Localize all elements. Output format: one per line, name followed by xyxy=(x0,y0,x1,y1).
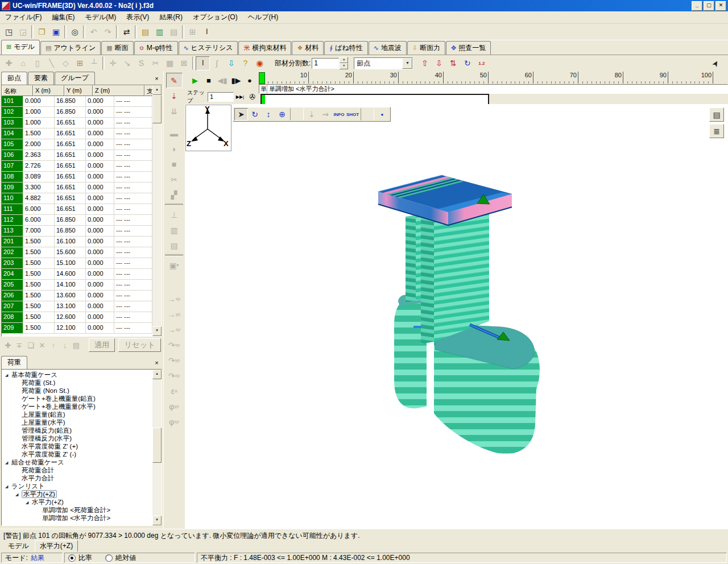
result-report-icon[interactable]: ▥ xyxy=(152,24,167,39)
divide-member-icon[interactable]: ✂ xyxy=(148,56,163,70)
scroll-down-icon[interactable]: ▼ xyxy=(152,516,162,525)
record-button[interactable]: ● xyxy=(243,73,257,87)
scroll-up-icon[interactable]: ▲ xyxy=(152,370,162,379)
table-row[interactable]: 104 1.500 16.651 0.000 --- --- xyxy=(2,128,152,139)
redo-icon[interactable]: ↷ xyxy=(101,24,115,39)
ratio-radio[interactable] xyxy=(68,554,76,562)
menu-item[interactable]: オプション(O) xyxy=(188,11,243,23)
view-tab-horizontal-force[interactable]: 水平力(+Z) xyxy=(35,540,78,552)
tree-item[interactable]: 水平震度荷重 Z' (+) xyxy=(3,442,152,450)
table-row[interactable]: 106 2.363 16.651 0.000 --- --- xyxy=(2,150,152,161)
ibeam-assign-icon[interactable]: Ｉ xyxy=(196,56,210,70)
add-line-icon[interactable]: ╲ xyxy=(44,56,59,70)
table-row[interactable]: 207 1.500 13.100 0.000 --- --- xyxy=(2,301,152,312)
tab-section-force[interactable]: ⇩ 断面力 xyxy=(407,41,445,55)
tree-expand-icon[interactable]: ◢ xyxy=(5,483,11,490)
save-icon[interactable]: ▣ xyxy=(49,24,63,39)
table-row[interactable]: 205 1.500 14.100 0.000 --- --- xyxy=(2,280,152,291)
move-up-icon[interactable]: ↑ xyxy=(48,339,59,351)
mark-icon[interactable]: ● xyxy=(375,108,389,121)
copy-row-icon[interactable]: ❏ xyxy=(25,339,36,351)
tree-item[interactable]: ◢水平力(+Z) xyxy=(3,498,152,506)
tree-expand-icon[interactable]: ◢ xyxy=(26,499,32,506)
solid-mode-icon[interactable]: ▣▾ xyxy=(166,258,183,273)
video-capture-button[interactable]: ✇ xyxy=(246,90,259,103)
skip-end-button[interactable]: ▶▶| xyxy=(234,90,246,103)
calculator-icon[interactable]: ⊞ xyxy=(185,24,200,39)
table-row[interactable]: 206 1.500 13.600 0.000 --- --- xyxy=(2,291,152,301)
move-down-icon[interactable]: ↓ xyxy=(59,339,71,351)
table-row[interactable]: 209 1.500 12.100 0.000 --- --- xyxy=(2,323,152,334)
table-row[interactable]: 111 6.000 16.651 0.000 --- --- xyxy=(2,204,152,215)
play-button[interactable]: ▶ xyxy=(188,73,202,87)
reset-button[interactable]: リセット xyxy=(118,338,161,352)
render-mode-icon[interactable]: ◉ xyxy=(253,56,267,70)
merge-node-icon[interactable]: ⌂ xyxy=(16,56,30,70)
curvature-yp-icon[interactable]: φyp xyxy=(166,399,183,414)
view-tool-icon[interactable] xyxy=(290,108,304,121)
toolbar-icon[interactable] xyxy=(31,25,34,39)
select-icon[interactable]: ➤ xyxy=(234,108,248,121)
tree-item[interactable]: 管理橋反力(鉛直) xyxy=(3,426,152,434)
tree-item[interactable]: 水平力合計 xyxy=(3,474,152,482)
tree-item[interactable]: ◢ランリスト xyxy=(3,482,152,490)
delete-node-icon[interactable]: ▯ xyxy=(30,56,44,70)
member-display-icon[interactable]: ▬ xyxy=(166,126,183,141)
mesh-icon[interactable]: ▦ xyxy=(163,56,177,70)
table-row[interactable]: 113 7.000 16.850 0.000 --- --- xyxy=(2,226,152,237)
table-row[interactable]: 105 2.000 16.651 0.000 --- --- xyxy=(2,139,152,150)
toolbar-icon[interactable] xyxy=(64,25,67,39)
info-icon[interactable]: INFO xyxy=(332,108,346,121)
tree-expand-icon[interactable]: ◢ xyxy=(15,491,22,498)
table-row[interactable]: 102 1.000 16.850 0.000 --- --- xyxy=(2,107,152,118)
close-icon[interactable]: × xyxy=(152,359,161,367)
table-row[interactable]: 107 2.726 16.651 0.000 --- --- xyxy=(2,161,152,172)
tree-item[interactable]: 水平震度荷重 Z' (-) xyxy=(3,450,152,458)
section-calc-icon[interactable]: Ｉ xyxy=(200,24,214,39)
load-display-icon[interactable]: ⇊ xyxy=(166,103,183,119)
tab-seismic-wave[interactable]: ∿ 地震波 xyxy=(369,41,407,55)
add-3d-view-icon[interactable]: ◲ xyxy=(16,24,30,39)
tree-scrollbar[interactable]: ▲ ▼ xyxy=(152,370,162,525)
column-header[interactable]: 名称 xyxy=(2,85,33,96)
reaction-icon[interactable]: ⊥ xyxy=(166,207,183,222)
tab-check-list[interactable]: ✥ 照査一覧 xyxy=(446,41,491,55)
disp-xp-icon[interactable]: →xp xyxy=(166,291,183,306)
target-type-combo[interactable]: 節点 ▼ xyxy=(354,57,413,69)
plate-display-icon[interactable]: ◗ xyxy=(166,141,183,156)
pointer-flag-icon[interactable]: ➤ xyxy=(705,53,725,73)
undo-icon[interactable]: ↶ xyxy=(86,24,101,39)
insert-row-icon[interactable]: ∓ xyxy=(14,339,25,351)
add-row-icon[interactable]: ✚ xyxy=(2,339,14,351)
input-report-icon[interactable]: ▤ xyxy=(138,24,152,39)
toolbar-icon[interactable] xyxy=(135,25,137,39)
menu-item[interactable]: 表示(V) xyxy=(121,11,154,23)
move-node-icon[interactable]: ↘ xyxy=(120,56,134,70)
disp-zp-icon[interactable]: →zp xyxy=(166,322,183,337)
tree-item[interactable]: 単調増加 <水平力合計> xyxy=(3,514,152,522)
rot-zp-icon[interactable]: ↷zp xyxy=(166,368,183,383)
view-tool-icon[interactable] xyxy=(361,108,374,121)
model-canvas[interactable]: Y X Z ➤↻↕⊕⇣⇝INFOSHOT● ▤≣ xyxy=(185,104,728,529)
menu-item[interactable]: ファイル(F) xyxy=(0,11,47,23)
result-tool-icon[interactable] xyxy=(165,204,183,206)
close-icon[interactable]: × xyxy=(152,75,161,83)
lower-node-icon[interactable]: ⇩ xyxy=(432,56,446,70)
tab-material[interactable]: ❖ 材料 xyxy=(292,41,324,55)
import-section-icon[interactable]: ⇩ xyxy=(224,56,238,70)
renumber-icon[interactable]: ↻ xyxy=(460,56,474,70)
tree-item[interactable]: ◢水平力(+Z) xyxy=(3,490,152,498)
tab-confined-material[interactable]: 米 横拘束材料 xyxy=(238,41,291,55)
grid-options-icon[interactable]: ▤ xyxy=(71,339,82,351)
cut-display-icon[interactable]: ✂ xyxy=(166,172,183,187)
numbering-display-icon[interactable]: 1.2 xyxy=(474,56,489,70)
result-tool-icon[interactable] xyxy=(165,254,183,256)
swap-node-icon[interactable]: ⇅ xyxy=(446,56,460,70)
tree-item[interactable]: ◢組合せ荷重ケース xyxy=(3,458,152,466)
table-row[interactable]: 112 6.000 16.850 0.000 --- --- xyxy=(2,215,152,226)
step-back-button[interactable]: ◀▮ xyxy=(216,73,229,87)
rot-yp-icon[interactable]: ↷yp xyxy=(166,353,183,368)
spline-icon[interactable]: ∫ xyxy=(210,56,224,70)
absolute-radio[interactable] xyxy=(105,554,113,562)
tab-nodes[interactable]: 節点 xyxy=(1,72,27,85)
